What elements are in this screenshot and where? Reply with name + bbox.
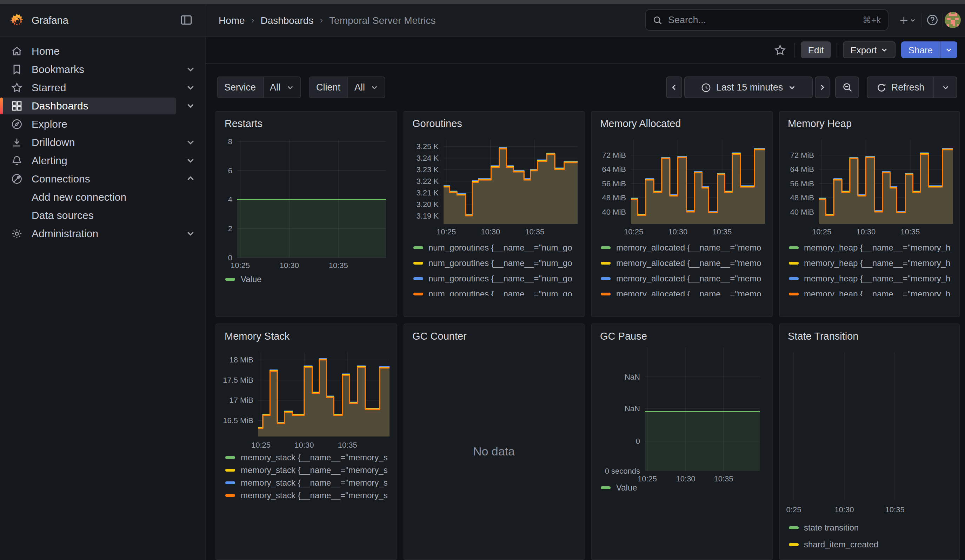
bell-icon — [11, 155, 23, 166]
chevron-down-icon[interactable] — [186, 82, 195, 92]
chevron-down-icon[interactable] — [186, 229, 195, 238]
legend-item[interactable]: memory_allocated {__name__="memo — [592, 240, 772, 255]
chevron-down-icon[interactable] — [186, 155, 195, 165]
legend-item[interactable]: num_goroutines {__name__="num_go — [404, 286, 584, 296]
svg-text:0 seconds: 0 seconds — [605, 466, 640, 475]
sidebar-item-explore[interactable]: Explore — [0, 115, 204, 133]
legend-swatch — [788, 247, 798, 249]
no-data-text: No data — [404, 444, 584, 459]
breadcrumb-home[interactable]: Home — [219, 15, 245, 26]
time-shift-forward-icon[interactable] — [815, 77, 829, 98]
time-range-picker[interactable]: Last 15 minutes — [684, 77, 813, 98]
home-icon — [11, 45, 23, 57]
refresh-button[interactable]: Refresh — [867, 77, 934, 98]
panel-chart: No data — [404, 324, 584, 559]
panel-restarts: Restarts 10:2510:3010:3586420Value — [216, 111, 397, 317]
chevron-down-icon[interactable] — [186, 137, 195, 147]
legend-item[interactable]: memory_heap {__name__="memory_h — [779, 271, 959, 286]
svg-text:40 MiB: 40 MiB — [790, 208, 814, 217]
panel-title[interactable]: Memory Heap — [788, 118, 852, 129]
sidebar-item-data-sources[interactable]: Data sources — [0, 206, 204, 224]
legend-item[interactable]: num_goroutines {__name__="num_go — [404, 240, 584, 255]
variable-client-value[interactable]: All — [347, 77, 384, 98]
actions-divider — [836, 43, 837, 57]
dashboard-toolbar: Service All Client All — [205, 64, 965, 111]
plug-icon — [11, 173, 23, 184]
legend-item[interactable]: memory_allocated {__name__="memo — [592, 286, 772, 296]
help-icon[interactable] — [923, 11, 941, 29]
nav-right-section: Search... ⌘+k — [645, 10, 965, 31]
time-zoom-out-icon[interactable] — [835, 77, 859, 98]
legend-item[interactable]: memory_heap {__name__="memory_h — [779, 286, 959, 296]
panel-title[interactable]: State Transition — [788, 330, 859, 341]
svg-text:10:25: 10:25 — [231, 261, 250, 270]
svg-text:6: 6 — [228, 166, 232, 175]
panel-title[interactable]: Memory Allocated — [600, 118, 681, 129]
sidebar-item-drilldown[interactable]: Drilldown — [0, 133, 204, 151]
legend-item[interactable]: memory_stack {__name__="memory_s — [216, 464, 396, 477]
edit-button[interactable]: Edit — [801, 42, 831, 59]
sidebar-toggle-icon[interactable] — [177, 11, 195, 29]
svg-text:56 MiB: 56 MiB — [602, 179, 626, 188]
svg-text:10:35: 10:35 — [885, 505, 904, 514]
svg-text:10:35: 10:35 — [338, 440, 357, 449]
panel-chart: 10:2510:3010:3572 MiB64 MiB56 MiB48 MiB4… — [592, 112, 772, 316]
legend-swatch — [601, 262, 610, 264]
legend-item[interactable]: memory_stack {__name__="memory_s — [216, 489, 396, 502]
sidebar-item-bookmarks[interactable]: Bookmarks — [0, 60, 204, 78]
avatar[interactable] — [945, 12, 961, 28]
legend-item[interactable]: memory_stack {__name__="memory_s — [216, 451, 396, 464]
legend-item[interactable]: num_goroutines {__name__="num_go — [404, 255, 584, 271]
legend-item[interactable]: state transition — [779, 519, 959, 536]
panel-title[interactable]: Memory Stack — [224, 330, 290, 341]
legend-item[interactable]: Value — [216, 272, 396, 287]
chevron-down-icon[interactable] — [186, 101, 195, 111]
svg-text:48 MiB: 48 MiB — [790, 193, 814, 202]
sidebar-item-administration[interactable]: Administration — [0, 224, 204, 242]
legend-item[interactable]: memory_allocated {__name__="memo — [592, 271, 772, 286]
legend-item[interactable]: Value — [592, 480, 772, 495]
legend-item[interactable]: memory_allocated {__name__="memo — [592, 255, 772, 271]
window-top-strip — [0, 0, 965, 4]
breadcrumb-separator: › — [320, 15, 323, 26]
sidebar-item-starred[interactable]: Starred — [0, 78, 204, 96]
legend-item[interactable]: shard_item_created — [779, 536, 959, 553]
sidebar-item-dashboards[interactable]: Dashboards — [0, 96, 204, 115]
brand-name: Grafana — [31, 15, 177, 26]
time-shift-back-icon[interactable] — [666, 77, 682, 98]
breadcrumb-separator: › — [251, 15, 254, 26]
variable-service-value[interactable]: All — [263, 77, 300, 98]
favorite-star-icon[interactable] — [771, 41, 789, 59]
star-icon — [11, 82, 23, 93]
sidebar-item-home[interactable]: Home — [0, 42, 204, 60]
share-dropdown-icon[interactable] — [940, 42, 957, 59]
svg-text:3.22 K: 3.22 K — [416, 177, 438, 186]
share-button[interactable]: Share — [901, 42, 940, 59]
sidebar-item-alerting[interactable]: Alerting — [0, 151, 204, 170]
svg-text:2: 2 — [228, 224, 232, 233]
legend-item[interactable]: num_goroutines {__name__="num_go — [404, 271, 584, 286]
add-button[interactable] — [896, 11, 919, 29]
panel-title[interactable]: GC Pause — [600, 330, 647, 341]
panel-title[interactable]: Restarts — [224, 118, 262, 129]
legend-item[interactable]: memory_stack {__name__="memory_s — [216, 477, 396, 489]
search-input[interactable]: Search... ⌘+k — [645, 10, 888, 31]
svg-text:10:30: 10:30 — [834, 505, 854, 514]
chevron-down-icon[interactable] — [186, 64, 195, 74]
breadcrumb-dashboards[interactable]: Dashboards — [260, 15, 313, 26]
panel-title[interactable]: Goroutines — [412, 118, 462, 129]
sidebar-item-add-new-connection[interactable]: Add new connection — [0, 188, 204, 206]
panel-title[interactable]: GC Counter — [412, 330, 467, 341]
sidebar-item-connections[interactable]: Connections — [0, 170, 204, 188]
breadcrumb-current: Temporal Server Metrics — [329, 15, 435, 26]
legend-swatch — [225, 469, 235, 472]
svg-text:17 MiB: 17 MiB — [229, 395, 254, 404]
chevron-up-icon[interactable] — [186, 174, 195, 183]
svg-text:40 MiB: 40 MiB — [602, 208, 626, 217]
legend-swatch — [788, 543, 798, 545]
legend-item[interactable]: memory_heap {__name__="memory_h — [779, 255, 959, 271]
legend-item[interactable]: memory_heap {__name__="memory_h — [779, 240, 959, 255]
apps-icon — [11, 100, 23, 111]
refresh-interval-dropdown-icon[interactable] — [934, 77, 957, 98]
export-button[interactable]: Export — [842, 42, 896, 59]
